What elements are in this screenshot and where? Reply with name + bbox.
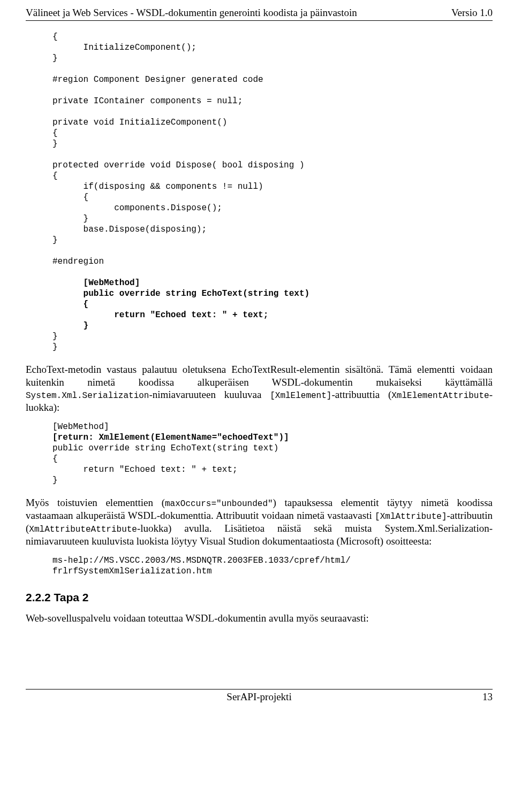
paragraph-3: Web-sovelluspalvelu voidaan toteuttaa WS…	[26, 612, 493, 625]
code-line: #endregion	[52, 257, 104, 266]
code-line: }	[52, 321, 88, 331]
code-line: return "Echoed text: " + text;	[52, 465, 238, 474]
code-line: public override string EchoText(string t…	[52, 289, 309, 298]
code-line: protected override void Dispose( bool di…	[52, 160, 304, 170]
section-heading-222: 2.2.2 Tapa 2	[26, 591, 493, 604]
code-line: private void InitializeComponent()	[52, 118, 227, 127]
code-line: {	[52, 300, 88, 309]
inline-code: [XmlAttribute]	[375, 512, 447, 522]
paragraph-1: EchoText-metodin vastaus palautuu oletuk…	[26, 363, 493, 414]
text-run: -nimiavaruuteen kuuluvaa	[149, 389, 270, 400]
code-line: {	[52, 32, 58, 42]
inline-code: XmlElementAttribute	[391, 391, 489, 401]
code-line: }	[52, 332, 58, 341]
inline-code: System.Xml.Serialization	[26, 391, 149, 401]
code-line: if(disposing && components != null)	[52, 182, 263, 191]
code-block-2: [WebMethod] [return: XmlElement(ElementN…	[52, 422, 493, 486]
code-line: ms-help://MS.VSCC.2003/MS.MSDNQTR.2003FE…	[52, 556, 351, 565]
code-line: public override string EchoText(string t…	[52, 443, 278, 453]
code-line: [WebMethod]	[52, 422, 109, 432]
code-line: }	[52, 139, 58, 149]
code-line: private IContainer components = null;	[52, 96, 243, 106]
text-run: Myös toistuvien elementtien (	[26, 497, 165, 508]
code-line: }	[52, 53, 58, 63]
code-line: }	[52, 214, 88, 224]
code-line: return "Echoed text: " + text;	[52, 310, 268, 320]
code-line: InitializeComponent();	[52, 43, 196, 52]
code-line: [WebMethod]	[52, 278, 140, 288]
code-line: {	[52, 193, 88, 202]
code-line: {	[52, 128, 58, 138]
code-block-1: { InitializeComponent(); } #region Compo…	[52, 32, 493, 353]
code-line: #region Component Designer generated cod…	[52, 75, 263, 85]
page-footer: SerAPI-projekti 13	[26, 689, 493, 703]
footer-center: SerAPI-projekti	[58, 691, 460, 703]
code-line: components.Dispose();	[52, 203, 222, 213]
code-line: base.Dispose(disposing);	[52, 225, 207, 234]
paragraph-2: Myös toistuvien elementtien (maxOccurs="…	[26, 496, 493, 548]
code-line: }	[52, 476, 58, 485]
footer-page-number: 13	[460, 691, 493, 703]
header-title: Välineet ja Web Services - WSDL-dokument…	[26, 6, 357, 19]
page-header: Välineet ja Web Services - WSDL-dokument…	[26, 6, 493, 21]
inline-code: [XmlElement]	[270, 391, 331, 401]
code-line: {	[52, 454, 58, 464]
inline-code: maxOccurs="unbounded"	[165, 499, 273, 509]
code-block-3: ms-help://MS.VSCC.2003/MS.MSDNQTR.2003FE…	[52, 555, 493, 577]
text-run: -attribuuttia (	[331, 389, 391, 400]
code-line: {	[52, 171, 58, 181]
code-line: }	[52, 235, 58, 245]
code-line: [return: XmlElement(ElementName="echoedT…	[52, 433, 289, 442]
code-line: frlrfSystemXmlSerialization.htm	[52, 566, 212, 576]
text-run: EchoText-metodin vastaus palautuu oletuk…	[26, 364, 493, 388]
footer-left	[26, 691, 58, 703]
inline-code: XmlAttributeAttribute	[29, 525, 137, 534]
code-line: }	[52, 342, 58, 352]
header-version: Versio 1.0	[451, 6, 493, 19]
